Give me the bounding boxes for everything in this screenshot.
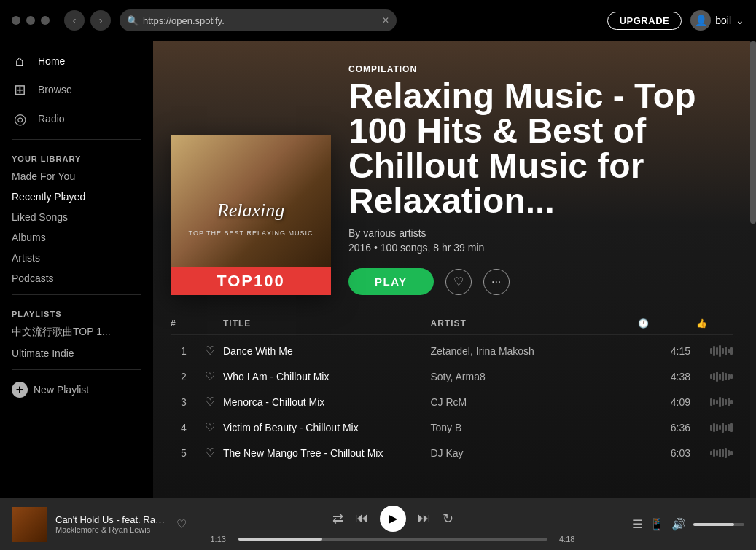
window-dot-1 <box>12 16 20 25</box>
play-button[interactable]: PLAY <box>348 268 434 295</box>
track-number: 5 <box>171 447 197 459</box>
table-row[interactable]: 1 ♡ Dance With Me Zetandel, Irina Makosh… <box>171 338 733 364</box>
waveform-bar <box>710 348 712 354</box>
table-row[interactable]: 5 ♡ The New Mango Tree - Chillout Mix DJ… <box>171 440 733 465</box>
repeat-button[interactable]: ↻ <box>443 511 453 527</box>
waveform-bar <box>730 423 733 432</box>
waveform-bar <box>710 374 712 379</box>
track-title: Who I Am - Chillout Mix <box>223 371 431 382</box>
table-row[interactable]: 2 ♡ Who I Am - Chillout Mix Soty, Arma8 … <box>171 364 733 389</box>
like-button[interactable]: ♡ <box>445 269 472 295</box>
track-list-header: # TITLE ARTIST 🕐 👍 <box>171 313 733 335</box>
track-artist: Tony B <box>431 422 639 433</box>
track-like-button[interactable]: ♡ <box>197 395 223 409</box>
shuffle-button[interactable]: ⇄ <box>332 511 343 527</box>
track-title: Victim of Beauty - Chillout Mix <box>223 422 431 433</box>
waveform-bar <box>728 424 730 431</box>
waveform-bar <box>722 372 724 381</box>
waveform-bar <box>725 425 727 431</box>
table-row[interactable]: 3 ♡ Menorca - Chillout Mix CJ RcM 4:09 <box>171 389 733 415</box>
table-row[interactable]: 4 ♡ Victim of Beauty - Chillout Mix Tony… <box>171 415 733 440</box>
nav-forward-button[interactable]: › <box>90 10 111 31</box>
volume-bar[interactable] <box>693 523 744 526</box>
sidebar-playlist-indie[interactable]: Ultimate Indie <box>0 343 153 364</box>
sidebar-divider-2 <box>12 294 141 295</box>
album-artist: By various artists <box>348 227 733 239</box>
progress-bar[interactable] <box>238 538 547 541</box>
sidebar-albums[interactable]: Albums <box>0 227 153 248</box>
url-close-icon[interactable]: ✕ <box>382 15 389 25</box>
heart-icon: ♡ <box>205 369 215 383</box>
col-title: TITLE <box>223 318 431 329</box>
waveform-bar <box>719 449 721 457</box>
track-like-button[interactable]: ♡ <box>197 344 223 358</box>
album-info: COMPILATION Relaxing Music - Top 100 Hit… <box>348 64 733 295</box>
col-num: # <box>171 318 197 329</box>
next-button[interactable]: ⏭ <box>418 511 431 526</box>
sidebar-item-label: Radio <box>38 113 65 125</box>
user-menu[interactable]: 👤 boil ⌄ <box>690 10 744 31</box>
sidebar-nav: ⌂ Home ⊞ Browse ◎ Radio <box>0 47 153 133</box>
browse-icon: ⊞ <box>12 81 28 98</box>
player-buttons: ⇄ ⏮ ▶ ⏭ ↻ <box>332 506 453 532</box>
col-duration-icon: 🕐 <box>638 318 696 329</box>
new-playlist-button[interactable]: + New Playlist <box>0 376 153 404</box>
player-album-art <box>12 507 47 542</box>
volume-icon[interactable]: 🔊 <box>671 517 686 531</box>
heart-icon: ♡ <box>205 420 215 434</box>
sidebar-recently-played[interactable]: Recently Played <box>0 186 153 207</box>
track-like-button[interactable]: ♡ <box>197 369 223 383</box>
track-waveform <box>696 397 733 407</box>
nav-back-button[interactable]: ‹ <box>64 10 85 31</box>
volume-bar-fill <box>693 523 734 526</box>
user-name: boil <box>715 15 731 26</box>
window-dot-3 <box>41 16 50 25</box>
col-like-icon: 👍 <box>696 318 733 329</box>
track-like-button[interactable]: ♡ <box>197 420 223 434</box>
track-duration: 6:03 <box>638 447 696 459</box>
sidebar-made-for-you[interactable]: Made For You <box>0 166 153 186</box>
current-time: 1:13 <box>211 535 233 543</box>
sidebar-artists[interactable]: Artists <box>0 248 153 268</box>
url-bar[interactable]: 🔍 https://open.spotify. ✕ <box>120 9 397 31</box>
waveform-bar <box>722 449 724 457</box>
sidebar-item-radio[interactable]: ◎ Radio <box>0 104 153 133</box>
sidebar-podcasts[interactable]: Podcasts <box>0 268 153 288</box>
queue-button[interactable]: ☰ <box>632 517 642 531</box>
upgrade-button[interactable]: UPGRADE <box>607 12 682 30</box>
heart-icon: ♡ <box>205 446 215 460</box>
more-options-button[interactable]: ··· <box>483 269 510 295</box>
album-title: Relaxing Music - Top 100 Hits & Best of … <box>348 79 733 219</box>
player-controls: ⇄ ⏮ ▶ ⏭ ↻ 1:13 4:18 <box>187 506 599 543</box>
waveform-bar <box>725 399 727 405</box>
right-scrollbar[interactable] <box>750 41 756 498</box>
album-cover: Relaxing TOP THE BEST RELAXING MUSIC TOP… <box>171 135 331 295</box>
prev-button[interactable]: ⏮ <box>355 511 368 526</box>
album-type: COMPILATION <box>348 64 733 74</box>
player-progress: 1:13 4:18 <box>211 535 575 543</box>
waveform-bar <box>716 372 718 382</box>
sidebar-liked-songs[interactable]: Liked Songs <box>0 207 153 227</box>
track-duration: 4:15 <box>638 345 696 357</box>
player-heart-button[interactable]: ♡ <box>176 517 187 531</box>
col-artist: ARTIST <box>431 318 639 329</box>
track-like-button[interactable]: ♡ <box>197 446 223 460</box>
waveform-bar <box>725 373 727 380</box>
nav-arrows: ‹ › <box>64 10 111 31</box>
devices-button[interactable]: 📱 <box>650 517 664 531</box>
home-icon: ⌂ <box>12 52 28 69</box>
waveform-bar <box>719 397 721 407</box>
total-time: 4:18 <box>553 535 575 543</box>
track-number: 4 <box>171 422 197 433</box>
sidebar-item-label: Home <box>38 55 65 67</box>
sidebar-playlist-chinese[interactable]: 中文流行歌曲TOP 1... <box>0 321 153 343</box>
track-duration: 4:38 <box>638 371 696 382</box>
waveform-bar <box>716 424 718 431</box>
top-bar: ‹ › 🔍 https://open.spotify. ✕ UPGRADE 👤 … <box>0 0 756 41</box>
waveform-bar <box>719 374 721 380</box>
new-playlist-label: New Playlist <box>34 384 89 396</box>
play-pause-button[interactable]: ▶ <box>380 506 406 532</box>
waveform-bar <box>730 347 733 355</box>
sidebar-item-home[interactable]: ⌂ Home <box>0 47 153 75</box>
sidebar-item-browse[interactable]: ⊞ Browse <box>0 75 153 104</box>
